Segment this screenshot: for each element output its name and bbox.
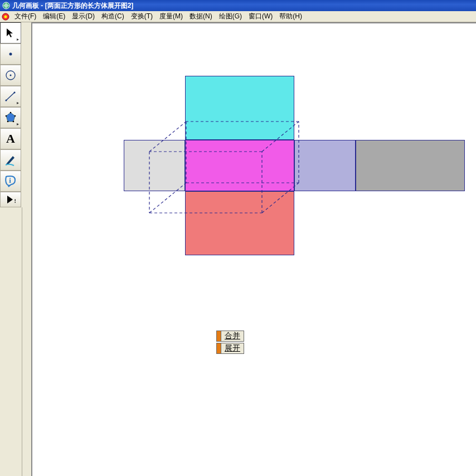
face-back[interactable] xyxy=(356,140,465,191)
svg-text:i: i xyxy=(9,176,11,184)
menu-construct[interactable]: 构造(C) xyxy=(98,11,128,22)
point-tool[interactable] xyxy=(0,43,21,65)
compass-tool[interactable] xyxy=(0,65,21,86)
pen-icon xyxy=(4,153,17,167)
face-left[interactable] xyxy=(124,140,185,191)
svg-point-13 xyxy=(6,115,7,117)
drawing-canvas[interactable]: 合并 展开 xyxy=(31,22,476,476)
point-icon xyxy=(5,48,16,60)
document-icon[interactable] xyxy=(1,12,10,21)
arrow-tool[interactable]: ▸ xyxy=(0,22,21,43)
svg-point-11 xyxy=(13,121,14,123)
dots-icon: ⠇ xyxy=(14,198,18,205)
circle-icon xyxy=(4,69,17,81)
face-right[interactable] xyxy=(294,140,356,191)
button-handle-icon xyxy=(217,343,221,353)
line-icon xyxy=(4,90,17,103)
unfold-button-label: 展开 xyxy=(221,343,244,353)
svg-point-2 xyxy=(4,15,7,18)
toolbar-frame: ▸ ▸ ▸ A i xyxy=(0,22,22,476)
app-icon xyxy=(2,2,10,9)
svg-point-9 xyxy=(10,112,12,114)
submenu-indicator-icon: ▸ xyxy=(17,100,19,105)
straightedge-tool[interactable]: ▸ xyxy=(0,86,21,107)
svg-point-8 xyxy=(14,92,16,94)
menu-bar: 文件(F) 编辑(E) 显示(D) 构造(C) 变换(T) 度量(M) 数据(N… xyxy=(0,11,476,22)
text-tool[interactable]: A xyxy=(0,128,21,149)
cursor-icon xyxy=(5,27,16,38)
letter-a-icon: A xyxy=(6,132,15,146)
unfold-button[interactable]: 展开 xyxy=(216,343,244,354)
custom-tool[interactable]: ⠇ xyxy=(0,192,21,207)
svg-point-12 xyxy=(7,121,9,123)
menu-display[interactable]: 显示(D) xyxy=(69,11,98,22)
face-top[interactable] xyxy=(185,76,294,140)
menu-graph[interactable]: 绘图(G) xyxy=(216,11,245,22)
menu-help[interactable]: 帮助(H) xyxy=(276,11,305,22)
face-front[interactable] xyxy=(185,140,294,191)
menu-number[interactable]: 数据(N) xyxy=(186,11,216,22)
document-gutter xyxy=(22,22,31,476)
polygon-tool[interactable]: ▸ xyxy=(0,107,21,128)
action-button-group: 合并 展开 xyxy=(216,330,244,354)
menu-file[interactable]: 文件(F) xyxy=(11,11,40,22)
merge-button-label: 合并 xyxy=(221,331,244,341)
svg-point-3 xyxy=(9,53,12,56)
svg-point-7 xyxy=(6,100,7,101)
toolbar: ▸ ▸ ▸ A i xyxy=(0,22,22,207)
face-bottom[interactable] xyxy=(185,191,294,255)
merge-button[interactable]: 合并 xyxy=(216,331,244,342)
polygon-icon xyxy=(4,111,17,124)
menu-measure[interactable]: 度量(M) xyxy=(156,11,186,22)
svg-point-10 xyxy=(14,115,16,117)
information-tool[interactable]: i xyxy=(0,171,21,192)
svg-point-5 xyxy=(10,75,12,76)
workspace: ▸ ▸ ▸ A i xyxy=(0,22,476,476)
title-bar: 几何画板 - [两面正方形的长方体展开图2] xyxy=(0,0,476,11)
svg-line-6 xyxy=(6,92,15,101)
marker-tool[interactable] xyxy=(0,149,21,171)
menu-edit[interactable]: 编辑(E) xyxy=(40,11,69,22)
info-icon: i xyxy=(4,174,17,188)
menu-transform[interactable]: 变换(T) xyxy=(128,11,156,22)
submenu-indicator-icon: ▸ xyxy=(17,37,19,42)
submenu-indicator-icon: ▸ xyxy=(17,122,19,127)
window-title: 几何画板 - [两面正方形的长方体展开图2] xyxy=(12,1,133,11)
button-handle-icon xyxy=(217,331,221,341)
menu-window[interactable]: 窗口(W) xyxy=(245,11,276,22)
